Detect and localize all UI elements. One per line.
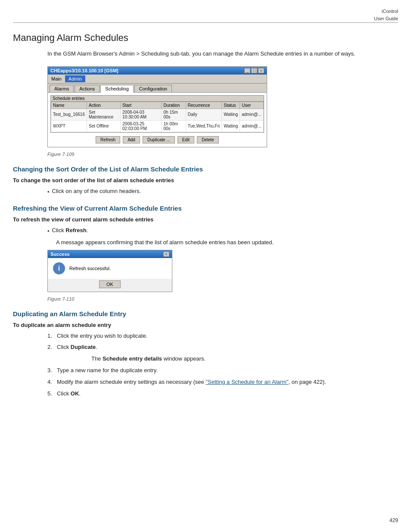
step-3-text: Type a new name for the duplicate entry. — [57, 366, 158, 375]
dialog-container: Success × i Refresh successful. OK — [47, 250, 398, 292]
step-3-num: 3. — [47, 366, 54, 375]
row2-name: WXPT — [51, 120, 87, 132]
sort-order-proc-title: To change the sort order of the list of … — [13, 177, 398, 184]
window-controls: _ □ × — [244, 68, 264, 73]
header-line2: User Guide — [374, 15, 398, 22]
row1-action: Set Maintenance — [87, 109, 120, 120]
schedule-table: Name Action Start Duration Recurrence St… — [51, 102, 264, 132]
maximize-button[interactable]: □ — [251, 68, 257, 73]
screenshot-container: CHEapps3/10.10.100.10 [GSM] _ □ × Main A… — [47, 66, 398, 147]
header-line1: iControl — [374, 8, 398, 15]
row1-name: Test_bug_16616 — [51, 109, 87, 120]
row1-duration: 0h 15m 00s — [162, 109, 186, 120]
row1-start: 2008-04-03 10:30:00 AM — [121, 109, 162, 120]
step-3: 3. Type a new name for the duplicate ent… — [47, 366, 398, 375]
step-2-note: The Schedule entry details window appear… — [91, 355, 398, 364]
table-row[interactable]: Test_bug_16616 Set Maintenance 2008-04-0… — [51, 109, 264, 120]
dialog-titlebar: Success × — [48, 250, 172, 258]
dialog-frame: Success × i Refresh successful. OK — [47, 250, 172, 292]
duplicate-steps: 1. Click the entry you wish to duplicate… — [47, 332, 398, 398]
window-title: CHEapps3/10.10.100.10 [GSM] — [50, 68, 118, 73]
dialog-content: i Refresh successful. — [48, 258, 172, 279]
row1-user: admin@... — [240, 109, 264, 120]
window-tabs: Alarms Actions Scheduling Configuration — [48, 84, 267, 93]
tab-scheduling[interactable]: Scheduling — [100, 85, 133, 93]
dialog-buttons: OK — [48, 279, 172, 292]
close-button[interactable]: × — [258, 68, 264, 73]
delete-button[interactable]: Delete — [197, 136, 219, 143]
edit-button[interactable]: Edit — [177, 136, 194, 143]
row2-duration: 1h 00m 00s — [162, 120, 186, 132]
dialog-close-button[interactable]: × — [163, 252, 169, 257]
subsection-duplicate: Duplicating an Alarm Schedule Entry To d… — [13, 310, 398, 398]
bullet-dot2: • — [47, 227, 50, 236]
sort-order-title: Changing the Sort Order of the List of A… — [13, 165, 398, 173]
step-5-num: 5. — [47, 389, 54, 398]
tab-actions[interactable]: Actions — [75, 85, 100, 92]
step-2: 2. Click Duplicate. — [47, 343, 398, 352]
figure-109-caption: Figure 7-109 — [47, 152, 398, 157]
main-content: Managing Alarm Schedules In the GSM Alar… — [13, 28, 398, 401]
dialog-title: Success — [50, 252, 70, 257]
refresh-instruction: Click Refresh. — [52, 226, 88, 235]
col-action[interactable]: Action — [87, 102, 120, 109]
table-container: Name Action Start Duration Recurrence St… — [51, 102, 264, 132]
step-5-text: Click OK. — [57, 389, 81, 398]
subsection-refresh: Refreshing the View of Current Alarm Sch… — [13, 205, 398, 247]
menu-main[interactable]: Main — [48, 75, 65, 82]
dialog-message: Refresh successful. — [69, 266, 111, 271]
table-header-row: Name Action Start Duration Recurrence St… — [51, 102, 264, 109]
refresh-note: A message appears confirming that the li… — [56, 238, 398, 247]
window-frame: CHEapps3/10.10.100.10 [GSM] _ □ × Main A… — [47, 66, 267, 147]
group-label: Schedule entries — [51, 96, 264, 102]
step-5: 5. Click OK. — [47, 389, 398, 398]
add-button[interactable]: Add — [123, 136, 140, 143]
refresh-proc-title: To refresh the view of current alarm sch… — [13, 216, 398, 223]
step-4: 4. Modify the alarm schedule entry setti… — [47, 378, 398, 387]
refresh-bullet: • Click Refresh. — [47, 226, 398, 236]
duplicate-button[interactable]: Duplicate ... — [143, 136, 175, 143]
schedule-link[interactable]: "Setting a Schedule for an Alarm" — [206, 379, 288, 385]
col-user[interactable]: User — [240, 102, 264, 109]
step-1-num: 1. — [47, 332, 54, 341]
step-2-text: Click Duplicate. — [57, 343, 97, 352]
section-title: Managing Alarm Schedules — [13, 32, 398, 44]
col-name[interactable]: Name — [51, 102, 87, 109]
col-status[interactable]: Status — [222, 102, 240, 109]
step-4-num: 4. — [47, 378, 54, 387]
dialog-ok-button[interactable]: OK — [99, 280, 121, 288]
row1-recurrence: Daily — [186, 109, 221, 120]
sort-order-bullet: • Click on any of the column headers. — [47, 187, 398, 196]
dialog-icon: i — [53, 262, 65, 274]
figure-110-caption: Figure 7-110 — [47, 296, 398, 302]
menu-admin[interactable]: Admin — [65, 75, 85, 82]
duplicate-proc-title: To duplicate an alarm schedule entry — [13, 322, 398, 328]
refresh-title: Refreshing the View of Current Alarm Sch… — [13, 205, 398, 212]
step-2-num: 2. — [47, 343, 54, 352]
step-1: 1. Click the entry you wish to duplicate… — [47, 332, 398, 341]
col-duration[interactable]: Duration — [162, 102, 186, 109]
window-content: Schedule entries Name Action Start Durat… — [48, 93, 267, 147]
row2-user: admin@... — [240, 120, 264, 132]
col-recurrence[interactable]: Recurrence — [186, 102, 221, 109]
tab-configuration[interactable]: Configuration — [134, 85, 172, 92]
refresh-button[interactable]: Refresh — [96, 136, 120, 143]
page-header: iControl User Guide — [374, 8, 398, 22]
col-start[interactable]: Start — [121, 102, 162, 109]
step-4-text: Modify the alarm schedule entry settings… — [57, 378, 326, 387]
minimize-button[interactable]: _ — [244, 68, 250, 73]
header-divider — [13, 22, 398, 23]
intro-text: In the GSM Alarm Browser's Admin > Sched… — [47, 50, 398, 59]
subsection-sort-order: Changing the Sort Order of the List of A… — [13, 165, 398, 196]
row2-recurrence: Tue,Wed,Thu,Fri — [186, 120, 221, 132]
window-buttons: Refresh Add Duplicate ... Edit Delete — [50, 134, 265, 145]
bullet-dot: • — [47, 188, 50, 196]
step-1-text: Click the entry you wish to duplicate. — [57, 332, 147, 341]
row1-status: Waiting — [222, 109, 240, 120]
tab-alarms[interactable]: Alarms — [50, 85, 74, 92]
table-row[interactable]: WXPT Set Offline 2008-03-25 02:03:00 PM … — [51, 120, 264, 132]
row2-status: Waiting — [222, 120, 240, 132]
window-titlebar: CHEapps3/10.10.100.10 [GSM] _ □ × — [48, 67, 267, 75]
duplicate-title: Duplicating an Alarm Schedule Entry — [13, 310, 398, 317]
schedule-group: Schedule entries Name Action Start Durat… — [50, 95, 264, 133]
